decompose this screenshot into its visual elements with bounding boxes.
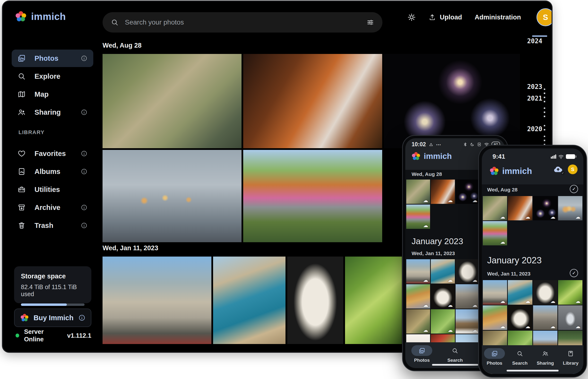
photo-coast[interactable] bbox=[213, 256, 286, 344]
photo-sculpt2[interactable]: ☁ bbox=[508, 305, 532, 330]
scrubber-year-2021[interactable]: 2021 bbox=[520, 95, 542, 102]
photo-park[interactable] bbox=[243, 150, 382, 242]
sidebar-item-albums[interactable]: Albums bbox=[12, 163, 93, 180]
search-input[interactable] bbox=[125, 18, 360, 26]
sidebar-item-photos[interactable]: Photos bbox=[12, 49, 93, 67]
info-icon[interactable] bbox=[81, 150, 87, 157]
upload-button[interactable]: Upload bbox=[429, 14, 462, 21]
buy-immich-button[interactable]: Buy Immich bbox=[14, 309, 91, 327]
info-icon[interactable] bbox=[81, 168, 87, 175]
photo-coast[interactable]: ☁ bbox=[508, 280, 532, 305]
cell-signal-icon bbox=[551, 155, 556, 159]
immich-flower-icon bbox=[489, 166, 499, 176]
photo-bust[interactable] bbox=[287, 256, 343, 344]
scrubber-tick-dots[interactable] bbox=[544, 125, 545, 132]
server-status-label: Server Online bbox=[24, 328, 62, 343]
scrubber-year-2020[interactable]: 2020 bbox=[520, 125, 542, 133]
photo-trophy[interactable]: ☁ bbox=[558, 305, 582, 330]
scrubber-tick-dots[interactable] bbox=[544, 107, 545, 120]
theme-toggle-icon[interactable] bbox=[407, 13, 416, 22]
photo-ruins[interactable]: ☁ bbox=[456, 284, 479, 309]
photo-berries[interactable] bbox=[345, 256, 402, 344]
home-indicator[interactable] bbox=[432, 364, 478, 366]
photo-fireworks[interactable]: ☁ bbox=[533, 196, 557, 220]
photo-zoo[interactable]: ☁ bbox=[406, 180, 430, 204]
info-icon[interactable] bbox=[81, 55, 87, 62]
info-icon[interactable] bbox=[81, 222, 87, 229]
scrubber-year-2024[interactable]: 2024 bbox=[520, 37, 542, 45]
info-icon[interactable] bbox=[81, 204, 87, 211]
phone2-user-avatar[interactable]: S bbox=[568, 164, 578, 174]
sidebar-item-trash[interactable]: Trash bbox=[12, 217, 93, 234]
server-status-row: Server Online v1.112.1 bbox=[16, 328, 91, 343]
photo-castle[interactable]: ☁ bbox=[406, 259, 430, 284]
select-all-check-icon[interactable]: ✓ bbox=[570, 185, 578, 193]
info-icon[interactable] bbox=[81, 109, 87, 116]
photo-bust[interactable]: ☁ bbox=[533, 280, 557, 305]
select-all-check-icon[interactable]: ✓ bbox=[570, 269, 578, 277]
photo-church[interactable]: ☁ bbox=[456, 309, 479, 333]
administration-label: Administration bbox=[475, 14, 521, 21]
date-header-jan: Wed, Jan 11, 2023 bbox=[103, 244, 158, 252]
photo-cliff[interactable]: ☁ bbox=[483, 305, 507, 330]
cloud-icon: ☁ bbox=[423, 302, 428, 308]
sidebar-item-map[interactable]: Map bbox=[12, 85, 93, 103]
sidebar-item-sharing[interactable]: Sharing bbox=[12, 104, 93, 121]
photo-dinner[interactable] bbox=[243, 54, 382, 148]
sidebar-item-label: Archive bbox=[34, 204, 60, 212]
photo-sculpt2[interactable]: ☁ bbox=[431, 284, 455, 309]
tab-label: Library bbox=[563, 361, 578, 366]
photo-ruins[interactable]: ☁ bbox=[533, 305, 557, 330]
photo-dinner[interactable]: ☁ bbox=[508, 196, 532, 220]
photo-fireworks[interactable] bbox=[384, 54, 520, 148]
sidebar-item-utilities[interactable]: Utilities bbox=[12, 181, 93, 198]
photo-cliff[interactable]: ☁ bbox=[406, 284, 430, 309]
cloud-icon: ☁ bbox=[472, 198, 477, 203]
photo-berries[interactable]: ☁ bbox=[558, 280, 582, 305]
scrubber-tick-dots[interactable] bbox=[544, 88, 545, 104]
photo-zoo[interactable]: ☁ bbox=[483, 196, 507, 220]
scrubber-tick-dots[interactable] bbox=[544, 136, 545, 145]
map-icon bbox=[17, 90, 26, 98]
photo-zoo[interactable] bbox=[103, 54, 241, 148]
tab-photos[interactable]: Photos bbox=[484, 348, 505, 374]
phone2-date-aug: Wed, Aug 28 bbox=[487, 187, 518, 193]
search-bar[interactable] bbox=[103, 12, 382, 32]
user-avatar[interactable]: S bbox=[537, 8, 553, 26]
cloud-icon: ☁ bbox=[575, 214, 580, 219]
search-filter-icon[interactable] bbox=[366, 18, 374, 26]
photo-bust[interactable]: ☁ bbox=[456, 259, 479, 284]
cloud-icon: ☁ bbox=[575, 324, 580, 329]
sidebar-item-label: Sharing bbox=[34, 108, 61, 116]
sidebar-item-favorites[interactable]: Favorites bbox=[12, 145, 93, 162]
sidebar-item-label: Albums bbox=[34, 168, 60, 176]
scrubber-year-2023[interactable]: 2023 bbox=[520, 83, 542, 90]
photo-park[interactable]: ☁ bbox=[483, 221, 507, 245]
photo-row bbox=[103, 54, 520, 148]
administration-link[interactable]: Administration bbox=[475, 14, 521, 21]
photo-hands[interactable]: ☁ bbox=[558, 196, 582, 220]
sidebar-item-explore[interactable]: Explore bbox=[12, 67, 93, 85]
photo-coast[interactable]: ☁ bbox=[431, 259, 455, 284]
info-icon[interactable] bbox=[78, 314, 85, 321]
tab-library[interactable]: Library bbox=[560, 348, 581, 374]
photo-dinner[interactable]: ☁ bbox=[431, 180, 455, 204]
photos-icon bbox=[484, 348, 505, 359]
photo-park[interactable]: ☁ bbox=[406, 205, 430, 229]
tab-photos[interactable]: Photos bbox=[411, 345, 432, 368]
ellipsis-icon: ⋯ bbox=[436, 142, 441, 147]
sidebar-item-label: Map bbox=[34, 90, 48, 98]
photo-hands[interactable] bbox=[103, 150, 241, 242]
cloud-icon: ☁ bbox=[448, 328, 453, 332]
people-icon bbox=[535, 348, 556, 359]
photo-fireworks[interactable]: ☁ bbox=[456, 180, 479, 204]
photo-castle[interactable] bbox=[103, 256, 211, 344]
sidebar-item-archive[interactable]: Archive bbox=[12, 199, 93, 216]
cloud-icon: ☁ bbox=[423, 328, 428, 332]
home-indicator[interactable] bbox=[507, 370, 559, 371]
scrubber-position-indicator[interactable] bbox=[532, 35, 547, 37]
photo-castle[interactable]: ☁ bbox=[483, 280, 507, 305]
photo-lizard1[interactable]: ☁ bbox=[406, 309, 430, 333]
backup-cloud-icon[interactable]: ✓ bbox=[553, 164, 563, 175]
photo-lizard2[interactable]: ☁ bbox=[431, 309, 455, 333]
